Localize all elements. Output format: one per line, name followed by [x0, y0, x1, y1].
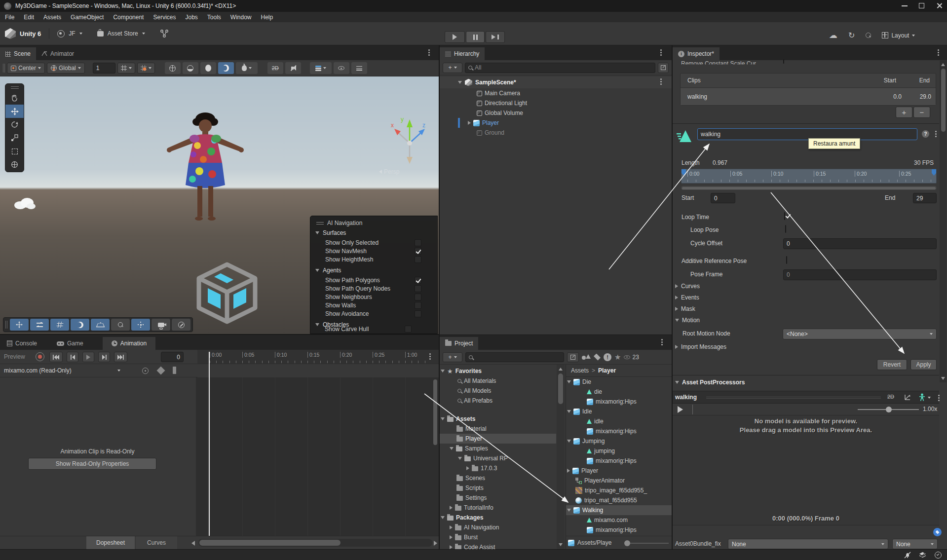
- preview-speed-slider[interactable]: [858, 409, 919, 410]
- project-add-button[interactable]: +: [443, 352, 462, 362]
- inspector-scrollbar[interactable]: [940, 61, 947, 382]
- loop-pose-checkbox[interactable]: [785, 225, 786, 233]
- audio-mute-button[interactable]: [285, 62, 301, 74]
- add-event-icon[interactable]: [173, 367, 176, 374]
- range-start-handle[interactable]: [682, 169, 686, 176]
- checkbox-show-carve-hull[interactable]: [405, 326, 412, 333]
- preview-toggle[interactable]: Preview: [4, 353, 25, 360]
- tab-project[interactable]: Project: [440, 337, 478, 350]
- folder-material[interactable]: Material: [456, 424, 487, 434]
- expand-icon[interactable]: [468, 121, 471, 125]
- account-label[interactable]: JF: [69, 30, 75, 37]
- preview-drag-lines[interactable]: [706, 397, 881, 399]
- breadcrumb-player[interactable]: Player: [598, 367, 616, 374]
- breadcrumb-assets[interactable]: Assets: [571, 367, 589, 374]
- last-key-button[interactable]: [114, 352, 127, 362]
- move-overlay-button[interactable]: [10, 319, 29, 331]
- checkbox-show-path-polygons[interactable]: [415, 277, 421, 284]
- menu-assets[interactable]: Assets: [43, 14, 61, 21]
- gizmos-2d-button[interactable]: 2D: [267, 62, 283, 74]
- foldout-motion[interactable]: Motion: [675, 317, 700, 324]
- menu-window[interactable]: Window: [230, 14, 252, 21]
- menu-edit[interactable]: Edit: [24, 14, 34, 21]
- preview-area[interactable]: No model is available for preview. Pleas…: [673, 415, 939, 525]
- asset-idle[interactable]: Idle: [567, 407, 592, 416]
- tab-dopesheet[interactable]: Dopesheet: [86, 536, 135, 549]
- package-layers-icon[interactable]: [919, 552, 926, 559]
- play-button[interactable]: [445, 31, 465, 43]
- package-burst[interactable]: Burst: [450, 532, 478, 542]
- range-scrollbar[interactable]: [681, 186, 937, 190]
- shading-mode-button[interactable]: [165, 62, 181, 74]
- menu-services[interactable]: Services: [153, 14, 176, 21]
- close-icon[interactable]: [936, 2, 943, 9]
- zoom-slider[interactable]: [625, 543, 669, 544]
- package-code-assist[interactable]: Code Assist: [450, 542, 495, 549]
- checkbox-show-neighbours[interactable]: [415, 294, 421, 300]
- avatar-caret-icon[interactable]: [928, 397, 931, 399]
- scene-row-menu-icon[interactable]: [660, 81, 662, 82]
- rotate-tool-button[interactable]: [5, 118, 24, 131]
- revert-button[interactable]: Revert: [877, 359, 907, 370]
- avatar-icon[interactable]: [919, 393, 925, 401]
- tool-pivot-dropdown[interactable]: Center: [7, 63, 45, 74]
- preview-menu-icon[interactable]: [938, 397, 940, 399]
- clipped-setting-checkbox[interactable]: [783, 59, 784, 67]
- prev-key-button[interactable]: [67, 352, 78, 362]
- root-motion-dropdown[interactable]: <None>: [783, 329, 937, 339]
- tool-space-dropdown[interactable]: Global: [47, 63, 85, 74]
- project-search-input[interactable]: [465, 352, 564, 362]
- hierarchy-menu-icon[interactable]: [660, 52, 662, 53]
- apply-button[interactable]: Apply: [910, 359, 937, 370]
- wireframe-button[interactable]: [183, 62, 198, 74]
- foldout-mask[interactable]: Mask: [675, 305, 695, 312]
- rect-tool-button[interactable]: [5, 145, 24, 158]
- asset-die-hips[interactable]: mixamorig:Hips: [587, 397, 637, 407]
- camera-align-button[interactable]: [351, 62, 367, 74]
- checkbox-show-navmesh[interactable]: [415, 248, 421, 255]
- checkbox-show-path-query-nodes[interactable]: [415, 285, 421, 292]
- checkbox-show-walls[interactable]: [415, 302, 421, 309]
- tab-animation[interactable]: Animation: [103, 337, 155, 350]
- hierarchy-add-button[interactable]: +: [443, 63, 462, 73]
- favorite-all-models[interactable]: All Models: [457, 386, 491, 396]
- step-button[interactable]: [486, 31, 505, 43]
- animation-hscrollbar[interactable]: [198, 539, 432, 547]
- debug-dropdown[interactable]: [236, 62, 258, 74]
- tab-curves[interactable]: Curves: [136, 536, 177, 549]
- animation-dopesheet[interactable]: [196, 377, 439, 536]
- clip-row-walking[interactable]: walking 0.0 29.0: [681, 88, 936, 105]
- cloud-icon[interactable]: ☁: [829, 30, 837, 40]
- favorite-all-prefabs[interactable]: All Prefabs: [457, 396, 492, 406]
- add-keyframe-icon[interactable]: [157, 367, 165, 375]
- start-field[interactable]: 0: [711, 193, 735, 203]
- scroll-down-icon[interactable]: [559, 543, 563, 546]
- tool-strip-handle[interactable]: [5, 84, 24, 91]
- particles-overlay-button[interactable]: [131, 319, 150, 331]
- inspector-menu-icon[interactable]: [938, 52, 939, 53]
- foldout-import-messages[interactable]: Import Messages: [675, 343, 726, 350]
- grid-overlay-button[interactable]: [50, 319, 69, 331]
- asset-die-clip[interactable]: die: [587, 387, 602, 397]
- minimize-button[interactable]: [902, 5, 908, 6]
- menu-component[interactable]: Component: [113, 14, 144, 21]
- layout-dropdown[interactable]: Layout: [882, 32, 915, 39]
- move-tool-button[interactable]: [5, 105, 24, 118]
- player-character[interactable]: [163, 111, 248, 234]
- favorites-star-icon[interactable]: ★: [614, 353, 621, 361]
- clip-name-input[interactable]: walking: [697, 128, 917, 140]
- pose-frame-field[interactable]: 0: [783, 269, 937, 280]
- search-warnings-icon[interactable]: !: [604, 353, 611, 361]
- favorite-all-materials[interactable]: All Materials: [457, 376, 496, 386]
- hierarchy-item-ground[interactable]: Ground: [477, 128, 504, 138]
- preview-play-button[interactable]: [678, 406, 683, 413]
- assetbundle-variant-dropdown[interactable]: None: [892, 539, 938, 549]
- scene-visibility-button[interactable]: [218, 62, 234, 74]
- asset-die[interactable]: Die: [567, 377, 591, 387]
- asset-labels-icon[interactable]: [933, 528, 942, 536]
- folder-player[interactable]: Player: [456, 434, 482, 444]
- overlay-header[interactable]: AI Navigation: [316, 220, 362, 226]
- check-circle-icon[interactable]: [935, 552, 942, 559]
- playhead-line[interactable]: [209, 352, 210, 536]
- hierarchy-item-main-camera[interactable]: Main Camera: [477, 88, 520, 98]
